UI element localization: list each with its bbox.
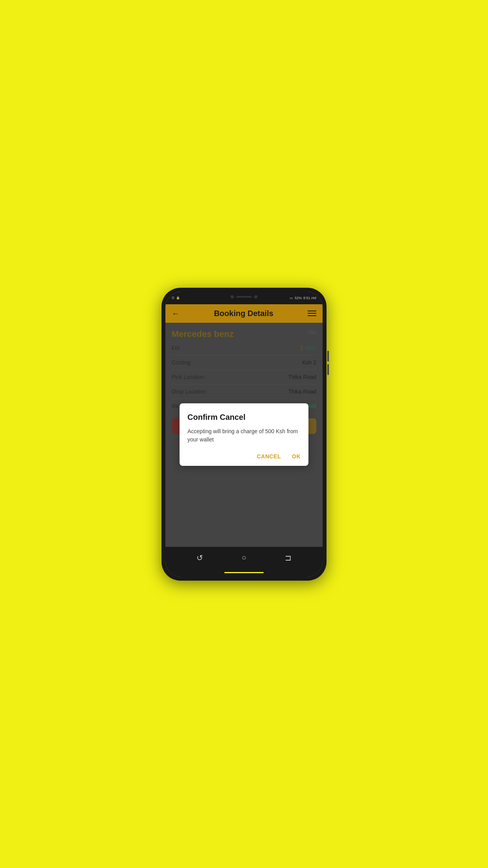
phone-frame: ⊡ 🔒 ▭ 52% 8:51 AM ← Booking Details (161, 288, 327, 581)
booking-content: Mercedes benz kbu For 2 days Costing Ksh… (165, 323, 323, 547)
dialog-message: Accepting will bring a charge of 500 Ksh… (187, 427, 301, 444)
home-indicator (165, 569, 323, 577)
status-bar: ⊡ 🔒 ▭ 52% 8:51 AM (165, 292, 323, 304)
camera (231, 295, 234, 298)
lock-icon: 🔒 (176, 296, 180, 300)
modal-overlay: Confirm Cancel Accepting will bring a ch… (165, 323, 323, 547)
dialog-title: Confirm Cancel (187, 413, 301, 422)
dialog-buttons: CANCEL OK (187, 453, 301, 460)
confirm-cancel-dialog: Confirm Cancel Accepting will bring a ch… (180, 403, 308, 466)
battery-icon: ▭ (290, 296, 293, 300)
battery-percent: 52% (295, 296, 302, 300)
screen-icon: ⊡ (172, 296, 174, 300)
status-left: ⊡ 🔒 (172, 296, 180, 300)
bottom-nav: ↺ ○ ⊐ (165, 547, 323, 569)
nav-recent-button[interactable]: ⊐ (285, 553, 292, 563)
vol-up (327, 351, 329, 362)
dialog-cancel-button[interactable]: CANCEL (257, 453, 281, 460)
status-right: ▭ 52% 8:51 AM (290, 296, 316, 300)
nav-home-button[interactable]: ○ (242, 553, 246, 562)
menu-line-1 (308, 311, 316, 311)
app-screen: ← Booking Details Mercedes benz kbu For … (165, 304, 323, 577)
volume-buttons (327, 351, 329, 375)
home-bar (224, 572, 264, 573)
menu-line-2 (308, 313, 316, 314)
speaker (236, 296, 252, 298)
time: 8:51 AM (303, 296, 316, 300)
sensor (254, 295, 257, 298)
back-button[interactable]: ← (172, 309, 180, 318)
top-bar: ← Booking Details (165, 304, 323, 323)
nav-back-button[interactable]: ↺ (196, 553, 203, 563)
vol-down (327, 364, 329, 375)
dialog-ok-button[interactable]: OK (292, 453, 301, 460)
menu-button[interactable] (308, 311, 316, 316)
page-title: Booking Details (214, 309, 273, 318)
notch (220, 292, 268, 302)
phone-screen: ⊡ 🔒 ▭ 52% 8:51 AM ← Booking Details (165, 292, 323, 577)
menu-line-3 (308, 315, 316, 316)
